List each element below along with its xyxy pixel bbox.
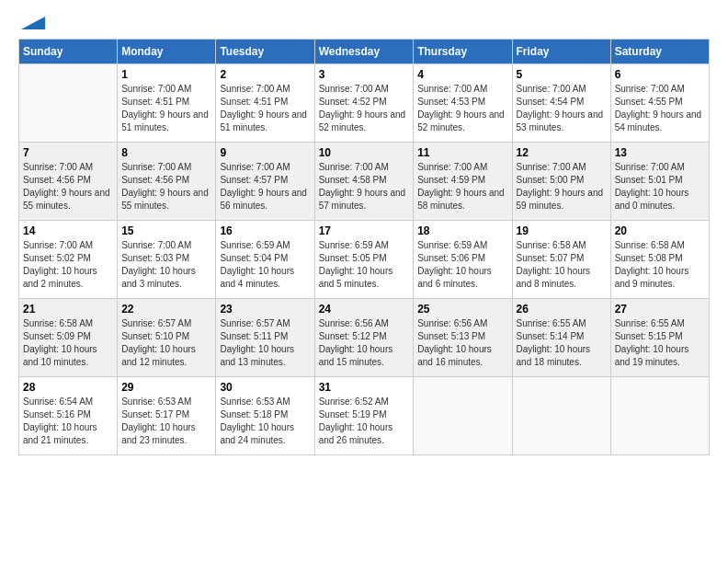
day-number: 14 <box>23 224 113 237</box>
calendar-cell: 25 Sunrise: 6:56 AMSunset: 5:13 PMDaylig… <box>414 299 512 377</box>
calendar-table: SundayMondayTuesdayWednesdayThursdayFrid… <box>18 39 710 455</box>
day-number: 17 <box>319 224 410 237</box>
day-number: 12 <box>517 146 607 159</box>
day-number: 9 <box>220 146 310 159</box>
day-info: Sunrise: 6:58 AMSunset: 5:08 PMDaylight:… <box>615 239 705 291</box>
calendar-cell <box>610 377 709 455</box>
calendar-cell: 23 Sunrise: 6:57 AMSunset: 5:11 PMDaylig… <box>216 299 314 377</box>
calendar-cell: 1 Sunrise: 7:00 AMSunset: 4:51 PMDayligh… <box>118 64 216 143</box>
day-number: 31 <box>319 381 410 394</box>
weekday-header: Monday <box>118 40 216 64</box>
weekday-header: Sunday <box>19 40 118 64</box>
calendar-week-row: 1 Sunrise: 7:00 AMSunset: 4:51 PMDayligh… <box>19 64 710 143</box>
calendar-cell: 5 Sunrise: 7:00 AMSunset: 4:54 PMDayligh… <box>512 64 610 143</box>
calendar-cell: 18 Sunrise: 6:59 AMSunset: 5:06 PMDaylig… <box>414 221 512 299</box>
calendar-cell: 14 Sunrise: 7:00 AMSunset: 5:02 PMDaylig… <box>19 221 118 299</box>
calendar-week-row: 14 Sunrise: 7:00 AMSunset: 5:02 PMDaylig… <box>19 221 710 299</box>
day-info: Sunrise: 6:59 AMSunset: 5:04 PMDaylight:… <box>220 239 310 291</box>
day-number: 10 <box>319 146 410 159</box>
day-number: 13 <box>615 146 705 159</box>
weekday-header: Thursday <box>414 40 512 64</box>
day-number: 1 <box>121 68 211 81</box>
day-number: 23 <box>220 303 310 316</box>
calendar-cell: 29 Sunrise: 6:53 AMSunset: 5:17 PMDaylig… <box>118 377 216 455</box>
day-number: 26 <box>517 303 607 316</box>
calendar-cell: 20 Sunrise: 6:58 AMSunset: 5:08 PMDaylig… <box>610 221 709 299</box>
day-info: Sunrise: 7:00 AMSunset: 4:55 PMDaylight:… <box>615 83 705 134</box>
calendar-header: SundayMondayTuesdayWednesdayThursdayFrid… <box>19 40 710 64</box>
calendar-cell: 21 Sunrise: 6:58 AMSunset: 5:09 PMDaylig… <box>19 299 118 377</box>
day-info: Sunrise: 7:00 AMSunset: 4:51 PMDaylight:… <box>121 83 211 134</box>
calendar-cell: 10 Sunrise: 7:00 AMSunset: 4:58 PMDaylig… <box>314 143 414 221</box>
calendar-cell: 2 Sunrise: 7:00 AMSunset: 4:51 PMDayligh… <box>216 64 314 143</box>
day-info: Sunrise: 7:00 AMSunset: 4:56 PMDaylight:… <box>121 161 211 213</box>
calendar-cell: 15 Sunrise: 7:00 AMSunset: 5:03 PMDaylig… <box>118 221 216 299</box>
day-number: 7 <box>23 146 113 159</box>
day-number: 2 <box>220 68 310 81</box>
weekday-header: Tuesday <box>216 40 314 64</box>
weekday-header: Wednesday <box>314 40 414 64</box>
calendar-cell: 24 Sunrise: 6:56 AMSunset: 5:12 PMDaylig… <box>314 299 414 377</box>
calendar-cell <box>19 64 118 143</box>
calendar-cell: 11 Sunrise: 7:00 AMSunset: 4:59 PMDaylig… <box>414 143 512 221</box>
day-info: Sunrise: 7:00 AMSunset: 4:56 PMDaylight:… <box>23 161 113 213</box>
day-number: 18 <box>417 224 507 237</box>
weekday-header: Saturday <box>610 40 709 64</box>
day-info: Sunrise: 6:52 AMSunset: 5:19 PMDaylight:… <box>319 396 410 447</box>
day-number: 25 <box>417 303 507 316</box>
calendar-cell: 13 Sunrise: 7:00 AMSunset: 5:01 PMDaylig… <box>610 143 709 221</box>
weekday-header: Friday <box>512 40 610 64</box>
calendar-cell: 27 Sunrise: 6:55 AMSunset: 5:15 PMDaylig… <box>610 299 709 377</box>
day-info: Sunrise: 6:57 AMSunset: 5:10 PMDaylight:… <box>121 317 211 369</box>
calendar-cell: 31 Sunrise: 6:52 AMSunset: 5:19 PMDaylig… <box>314 377 414 455</box>
day-info: Sunrise: 6:59 AMSunset: 5:06 PMDaylight:… <box>417 239 507 291</box>
calendar-cell: 28 Sunrise: 6:54 AMSunset: 5:16 PMDaylig… <box>19 377 118 455</box>
day-info: Sunrise: 6:56 AMSunset: 5:12 PMDaylight:… <box>319 317 410 369</box>
day-info: Sunrise: 6:59 AMSunset: 5:05 PMDaylight:… <box>319 239 410 291</box>
calendar-cell: 16 Sunrise: 6:59 AMSunset: 5:04 PMDaylig… <box>216 221 314 299</box>
day-info: Sunrise: 7:00 AMSunset: 4:59 PMDaylight:… <box>417 161 507 213</box>
day-number: 4 <box>417 68 507 81</box>
day-info: Sunrise: 7:00 AMSunset: 4:53 PMDaylight:… <box>417 83 507 134</box>
day-number: 30 <box>220 381 310 394</box>
day-number: 24 <box>319 303 410 316</box>
day-info: Sunrise: 6:53 AMSunset: 5:18 PMDaylight:… <box>220 396 310 447</box>
calendar-cell: 7 Sunrise: 7:00 AMSunset: 4:56 PMDayligh… <box>19 143 118 221</box>
day-number: 20 <box>615 224 705 237</box>
day-number: 19 <box>517 224 607 237</box>
calendar-cell: 9 Sunrise: 7:00 AMSunset: 4:57 PMDayligh… <box>216 143 314 221</box>
day-info: Sunrise: 7:00 AMSunset: 5:01 PMDaylight:… <box>615 161 705 213</box>
logo <box>18 18 46 29</box>
day-info: Sunrise: 6:55 AMSunset: 5:14 PMDaylight:… <box>517 317 607 369</box>
calendar-cell <box>414 377 512 455</box>
day-info: Sunrise: 7:00 AMSunset: 4:54 PMDaylight:… <box>517 83 607 134</box>
day-info: Sunrise: 7:00 AMSunset: 5:02 PMDaylight:… <box>23 239 113 291</box>
calendar-cell: 8 Sunrise: 7:00 AMSunset: 4:56 PMDayligh… <box>118 143 216 221</box>
day-info: Sunrise: 7:00 AMSunset: 4:57 PMDaylight:… <box>220 161 310 213</box>
day-info: Sunrise: 6:57 AMSunset: 5:11 PMDaylight:… <box>220 317 310 369</box>
calendar-cell: 17 Sunrise: 6:59 AMSunset: 5:05 PMDaylig… <box>314 221 414 299</box>
day-number: 21 <box>23 303 113 316</box>
day-info: Sunrise: 6:58 AMSunset: 5:07 PMDaylight:… <box>517 239 607 291</box>
calendar-cell <box>512 377 610 455</box>
day-number: 29 <box>121 381 211 394</box>
day-info: Sunrise: 6:58 AMSunset: 5:09 PMDaylight:… <box>23 317 113 369</box>
page-header <box>18 18 710 29</box>
calendar-cell: 19 Sunrise: 6:58 AMSunset: 5:07 PMDaylig… <box>512 221 610 299</box>
day-number: 15 <box>121 224 211 237</box>
calendar-week-row: 7 Sunrise: 7:00 AMSunset: 4:56 PMDayligh… <box>19 143 710 221</box>
calendar-cell: 6 Sunrise: 7:00 AMSunset: 4:55 PMDayligh… <box>610 64 709 143</box>
day-number: 28 <box>23 381 113 394</box>
day-number: 6 <box>615 68 705 81</box>
day-info: Sunrise: 7:00 AMSunset: 5:03 PMDaylight:… <box>121 239 211 291</box>
calendar-cell: 3 Sunrise: 7:00 AMSunset: 4:52 PMDayligh… <box>314 64 414 143</box>
day-number: 3 <box>319 68 410 81</box>
day-info: Sunrise: 6:56 AMSunset: 5:13 PMDaylight:… <box>417 317 507 369</box>
day-info: Sunrise: 7:00 AMSunset: 4:58 PMDaylight:… <box>319 161 410 213</box>
day-number: 5 <box>517 68 607 81</box>
day-number: 22 <box>121 303 211 316</box>
day-number: 11 <box>417 146 507 159</box>
calendar-cell: 30 Sunrise: 6:53 AMSunset: 5:18 PMDaylig… <box>216 377 314 455</box>
calendar-cell: 22 Sunrise: 6:57 AMSunset: 5:10 PMDaylig… <box>118 299 216 377</box>
day-info: Sunrise: 6:54 AMSunset: 5:16 PMDaylight:… <box>23 396 113 447</box>
